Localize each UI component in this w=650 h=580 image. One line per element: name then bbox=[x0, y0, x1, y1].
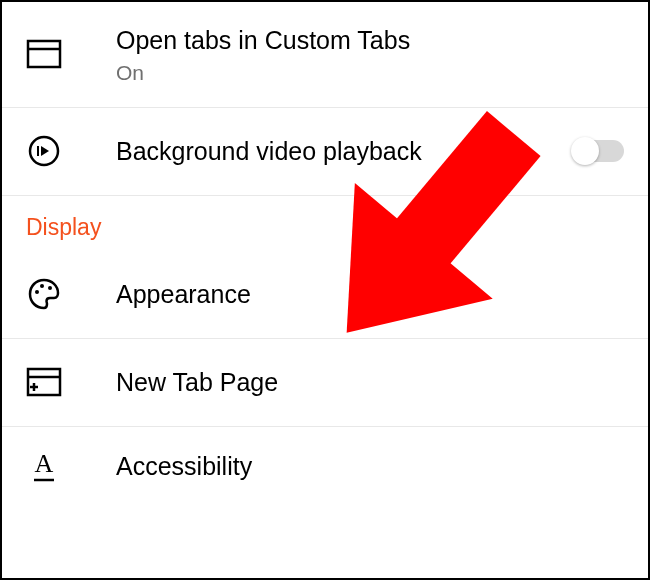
svg-rect-0 bbox=[28, 41, 60, 67]
section-header-display: Display bbox=[2, 196, 648, 251]
palette-icon bbox=[26, 276, 62, 312]
svg-marker-3 bbox=[41, 146, 49, 156]
item-content: Accessibility bbox=[116, 450, 624, 483]
settings-item-custom-tabs[interactable]: Open tabs in Custom Tabs On bbox=[2, 2, 648, 108]
settings-item-appearance[interactable]: Appearance bbox=[2, 251, 648, 339]
item-label: Appearance bbox=[116, 278, 624, 311]
play-circle-icon bbox=[26, 133, 62, 169]
item-content: New Tab Page bbox=[116, 366, 624, 399]
item-subtitle: On bbox=[116, 61, 624, 85]
item-label: Accessibility bbox=[116, 450, 624, 483]
item-label: New Tab Page bbox=[116, 366, 624, 399]
settings-item-accessibility[interactable]: A Accessibility bbox=[2, 427, 648, 507]
new-tab-icon bbox=[26, 364, 62, 400]
item-content: Appearance bbox=[116, 278, 624, 311]
svg-point-7 bbox=[48, 286, 52, 290]
settings-list: Open tabs in Custom Tabs On Background v… bbox=[2, 2, 648, 507]
settings-item-new-tab-page[interactable]: New Tab Page bbox=[2, 339, 648, 427]
svg-rect-8 bbox=[28, 369, 60, 395]
settings-item-background-video[interactable]: Background video playback bbox=[2, 108, 648, 196]
svg-point-6 bbox=[40, 284, 44, 288]
accessibility-icon: A bbox=[26, 449, 62, 485]
tab-icon bbox=[26, 36, 62, 72]
item-content: Background video playback bbox=[116, 135, 574, 168]
item-label: Open tabs in Custom Tabs bbox=[116, 24, 624, 57]
toggle-switch[interactable] bbox=[574, 140, 624, 162]
item-label: Background video playback bbox=[116, 135, 574, 168]
svg-point-5 bbox=[35, 290, 39, 294]
svg-text:A: A bbox=[35, 450, 54, 478]
item-content: Open tabs in Custom Tabs On bbox=[116, 24, 624, 85]
